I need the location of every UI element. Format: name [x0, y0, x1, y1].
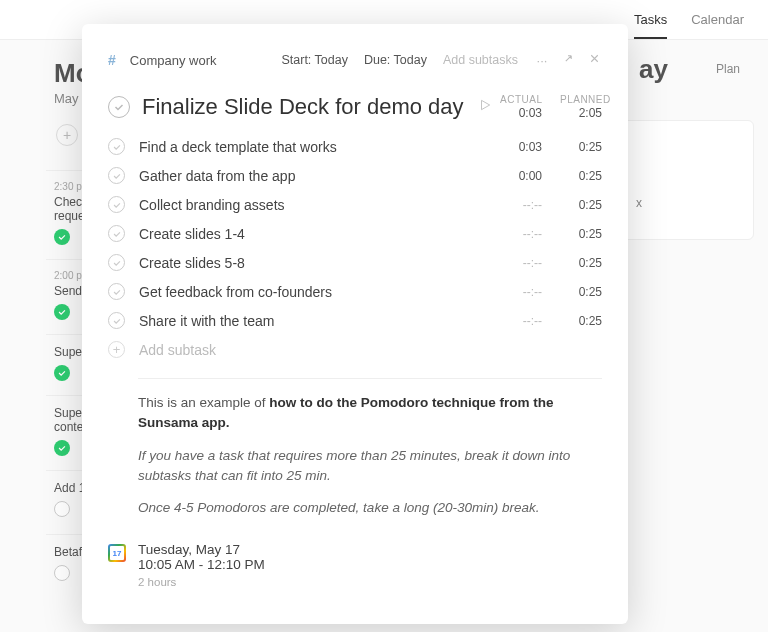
- planned-label: PLANNED: [560, 94, 602, 105]
- notes-intro-a: This is an example of: [138, 395, 269, 410]
- category-label[interactable]: Company work: [130, 53, 217, 68]
- subtask-actual: --:--: [500, 285, 542, 299]
- schedule-block[interactable]: 17 Tuesday, May 17 10:05 AM - 12:10 PM 2…: [108, 542, 602, 588]
- bg-task-check[interactable]: [54, 440, 70, 456]
- subtask-planned: 0:25: [560, 169, 602, 183]
- subtask-name: Create slides 1-4: [139, 226, 500, 242]
- subtask-planned: 0:25: [560, 140, 602, 154]
- add-subtask-button[interactable]: + Add subtask: [108, 335, 602, 364]
- nav-calendar[interactable]: Calendar: [691, 12, 744, 27]
- play-icon[interactable]: [478, 98, 492, 116]
- subtask-actual: --:--: [500, 227, 542, 241]
- notes-line3: Once 4-5 Pomodoros are completed, take a…: [138, 498, 602, 518]
- fragment-x: x: [636, 196, 642, 210]
- bg-task-check[interactable]: [54, 565, 70, 581]
- subtask-planned: 0:25: [560, 285, 602, 299]
- actual-label: ACTUAL: [500, 94, 542, 105]
- plan-link[interactable]: Plan: [716, 62, 740, 76]
- day-fragment: ay: [639, 54, 668, 85]
- expand-icon[interactable]: [560, 52, 576, 68]
- subtask-checkbox[interactable]: [108, 283, 125, 300]
- subtask-actual: 0:00: [500, 169, 542, 183]
- subtask-row[interactable]: Find a deck template that works 0:03 0:2…: [108, 132, 602, 161]
- planned-total: 2:05: [560, 106, 602, 120]
- bg-task-check[interactable]: [54, 501, 70, 517]
- bg-task-check[interactable]: [54, 304, 70, 320]
- subtask-checkbox[interactable]: [108, 254, 125, 271]
- schedule-duration: 2 hours: [138, 576, 265, 588]
- modal-header: # Company work Start: Today Due: Today A…: [108, 52, 602, 68]
- actual-total: 0:03: [500, 106, 542, 120]
- add-subtask-label: Add subtask: [139, 342, 216, 358]
- start-date[interactable]: Start: Today: [281, 53, 347, 67]
- subtask-row[interactable]: Gather data from the app 0:00 0:25: [108, 161, 602, 190]
- subtask-row[interactable]: Get feedback from co-founders --:-- 0:25: [108, 277, 602, 306]
- subtask-name: Gather data from the app: [139, 168, 500, 184]
- close-icon[interactable]: [586, 52, 602, 68]
- title-row: Finalize Slide Deck for demo day ACTUAL …: [108, 94, 602, 120]
- add-task-button[interactable]: +: [56, 124, 78, 146]
- task-notes[interactable]: This is an example of how to do the Pomo…: [138, 393, 602, 518]
- hash-icon: #: [108, 52, 116, 68]
- calendar-icon: 17: [108, 544, 126, 562]
- subtask-actual: 0:03: [500, 140, 542, 154]
- divider: [138, 378, 602, 379]
- plus-icon: +: [108, 341, 125, 358]
- schedule-day: Tuesday, May 17: [138, 542, 265, 557]
- side-panel: [619, 120, 754, 240]
- subtask-row[interactable]: Create slides 5-8 --:-- 0:25: [108, 248, 602, 277]
- subtask-list: Find a deck template that works 0:03 0:2…: [108, 132, 602, 335]
- task-title[interactable]: Finalize Slide Deck for demo day: [142, 94, 470, 120]
- subtask-name: Collect branding assets: [139, 197, 500, 213]
- subtask-row[interactable]: Collect branding assets --:-- 0:25: [108, 190, 602, 219]
- schedule-text: Tuesday, May 17 10:05 AM - 12:10 PM 2 ho…: [138, 542, 265, 588]
- subtask-name: Share it with the team: [139, 313, 500, 329]
- complete-checkbox[interactable]: [108, 96, 130, 118]
- bg-task-check[interactable]: [54, 365, 70, 381]
- subtask-name: Find a deck template that works: [139, 139, 500, 155]
- subtask-checkbox[interactable]: [108, 196, 125, 213]
- task-modal: # Company work Start: Today Due: Today A…: [82, 24, 628, 624]
- subtask-planned: 0:25: [560, 198, 602, 212]
- time-summary: ACTUAL 0:03 PLANNED 2:05: [500, 94, 602, 120]
- subtask-actual: --:--: [500, 198, 542, 212]
- subtask-name: Create slides 5-8: [139, 255, 500, 271]
- subtask-planned: 0:25: [560, 256, 602, 270]
- subtask-planned: 0:25: [560, 227, 602, 241]
- subtask-row[interactable]: Create slides 1-4 --:-- 0:25: [108, 219, 602, 248]
- subtask-planned: 0:25: [560, 314, 602, 328]
- subtask-checkbox[interactable]: [108, 167, 125, 184]
- subtask-actual: --:--: [500, 256, 542, 270]
- subtask-actual: --:--: [500, 314, 542, 328]
- nav-tasks[interactable]: Tasks: [634, 12, 667, 39]
- subtask-name: Get feedback from co-founders: [139, 284, 500, 300]
- notes-line2: If you have a task that requires more th…: [138, 446, 602, 487]
- due-date[interactable]: Due: Today: [364, 53, 427, 67]
- bg-task-check[interactable]: [54, 229, 70, 245]
- subtask-checkbox[interactable]: [108, 138, 125, 155]
- subtask-checkbox[interactable]: [108, 225, 125, 242]
- add-subtasks-link[interactable]: Add subtasks: [443, 53, 518, 67]
- subtask-row[interactable]: Share it with the team --:-- 0:25: [108, 306, 602, 335]
- subtask-checkbox[interactable]: [108, 312, 125, 329]
- more-icon[interactable]: ···: [534, 53, 550, 68]
- schedule-time: 10:05 AM - 12:10 PM: [138, 557, 265, 572]
